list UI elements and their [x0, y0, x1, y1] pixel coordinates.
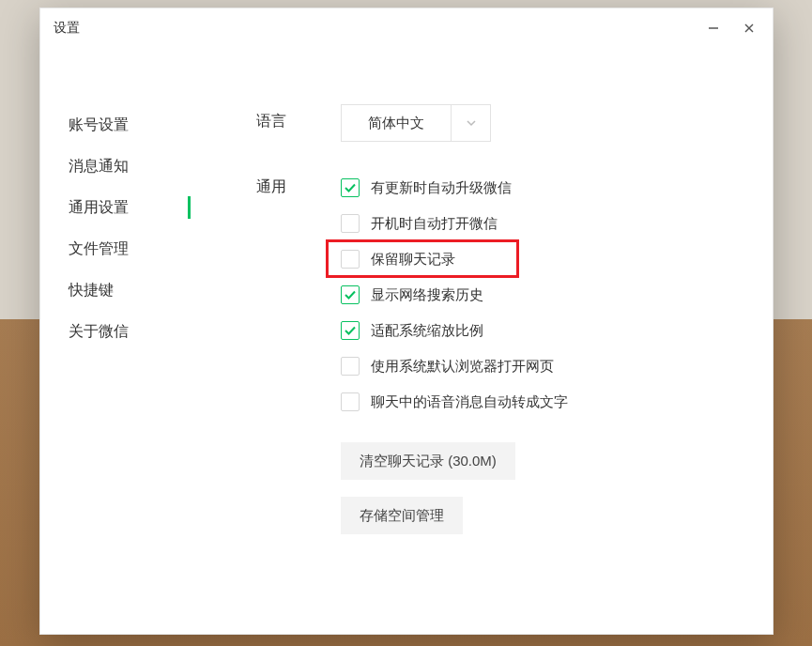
- language-label: 语言: [256, 104, 341, 131]
- sidebar-item-label: 快捷键: [69, 281, 114, 300]
- sidebar-item-account[interactable]: 账号设置: [69, 104, 191, 146]
- titlebar: 设置: [40, 8, 773, 48]
- option-label: 有更新时自动升级微信: [371, 179, 512, 197]
- checkbox[interactable]: [341, 178, 360, 197]
- check-icon: [344, 324, 357, 337]
- checkbox[interactable]: [341, 321, 360, 340]
- general-label: 通用: [256, 170, 341, 197]
- sidebar-item-label: 通用设置: [69, 198, 129, 218]
- option-autostart[interactable]: 开机时自动打开微信: [341, 206, 754, 241]
- sidebar-item-label: 消息通知: [69, 157, 129, 177]
- settings-window: 设置 账号设置 消息通知 通用设置 文件管理 快捷键: [39, 8, 774, 635]
- checkbox[interactable]: [341, 250, 360, 269]
- option-search-history[interactable]: 显示网络搜索历史: [341, 277, 754, 313]
- checkbox[interactable]: [341, 392, 360, 411]
- check-icon: [344, 181, 357, 194]
- main-panel: 语言 简体中文 通用: [191, 104, 773, 562]
- clear-chat-history-button[interactable]: 清空聊天记录 (30.0M): [341, 442, 515, 480]
- option-label: 保留聊天记录: [371, 251, 455, 269]
- sidebar-item-label: 文件管理: [69, 239, 129, 259]
- general-options: 有更新时自动升级微信 开机时自动打开微信: [341, 170, 754, 420]
- checkbox[interactable]: [341, 214, 360, 233]
- option-label: 适配系统缩放比例: [371, 322, 483, 340]
- close-icon: [743, 23, 755, 34]
- checkbox[interactable]: [341, 285, 360, 304]
- option-auto-update[interactable]: 有更新时自动升级微信: [341, 170, 754, 206]
- sidebar-item-general[interactable]: 通用设置: [69, 187, 191, 228]
- language-selected: 简体中文: [342, 105, 451, 141]
- storage-management-button[interactable]: 存储空间管理: [341, 497, 463, 534]
- sidebar: 账号设置 消息通知 通用设置 文件管理 快捷键 关于微信: [40, 104, 191, 562]
- option-keep-chat-history[interactable]: 保留聊天记录: [341, 241, 754, 277]
- option-label: 显示网络搜索历史: [371, 286, 483, 304]
- check-icon: [344, 288, 357, 301]
- sidebar-item-files[interactable]: 文件管理: [69, 228, 191, 269]
- option-default-browser[interactable]: 使用系统默认浏览器打开网页: [341, 348, 754, 384]
- minimize-icon: [708, 23, 719, 34]
- option-label: 开机时自动打开微信: [371, 215, 498, 233]
- option-voice-to-text[interactable]: 聊天中的语音消息自动转成文字: [341, 384, 754, 420]
- sidebar-item-label: 关于微信: [69, 322, 129, 342]
- sidebar-item-shortcuts[interactable]: 快捷键: [69, 269, 191, 311]
- sidebar-item-notifications[interactable]: 消息通知: [69, 146, 191, 187]
- language-dropdown[interactable]: 简体中文: [341, 104, 491, 142]
- checkbox[interactable]: [341, 357, 360, 376]
- minimize-button[interactable]: [696, 8, 731, 48]
- option-system-scaling[interactable]: 适配系统缩放比例: [341, 313, 754, 348]
- sidebar-item-label: 账号设置: [69, 115, 129, 135]
- option-label: 聊天中的语音消息自动转成文字: [371, 393, 568, 411]
- option-label: 使用系统默认浏览器打开网页: [371, 358, 554, 376]
- sidebar-item-about[interactable]: 关于微信: [69, 311, 191, 352]
- window-title: 设置: [54, 20, 80, 37]
- chevron-down-icon: [451, 105, 490, 141]
- close-button[interactable]: [731, 8, 767, 48]
